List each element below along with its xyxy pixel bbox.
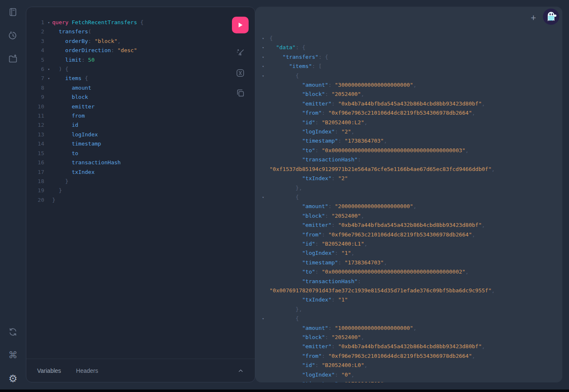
fold-gutter [262, 379, 269, 382]
fold-toggle-icon[interactable]: ▾ [262, 193, 269, 202]
editor-code-line[interactable]: 8 amount [26, 83, 255, 93]
line-number: 2 [26, 27, 45, 36]
editor-code-line[interactable]: 20} [26, 196, 255, 205]
fold-gutter [262, 155, 269, 164]
editor-code-line[interactable]: 17 txIndex [26, 168, 255, 177]
editor-code-line[interactable]: 7▾ items { [26, 74, 255, 83]
fold-gutter [45, 27, 52, 36]
editor-code-line[interactable]: 3 orderBy: "block", [26, 37, 255, 46]
history-button[interactable] [7, 30, 19, 41]
line-number: 7 [26, 74, 45, 83]
sidebar-bottom-group: ⌘ ⚙ [7, 326, 19, 384]
keyboard-shortcuts-button[interactable]: ⌘ [7, 349, 19, 361]
response-code-line: ▾ { [262, 71, 559, 80]
editor-code-line[interactable]: 1▾query FetchRecentTransfers { [26, 18, 255, 27]
editor-code-line[interactable]: 6▾ ) { [26, 65, 255, 74]
response-code-line: ▾ { [262, 314, 559, 323]
editor-code-line[interactable]: 16 transactionHash [26, 158, 255, 167]
docs-icon [8, 7, 18, 17]
docs-button[interactable] [7, 6, 19, 18]
response-code-line: "logIndex": "2", [262, 127, 559, 136]
query-editor[interactable]: 1▾query FetchRecentTransfers {2 transfer… [26, 7, 255, 359]
merge-fragments-button[interactable] [235, 68, 246, 78]
response-viewer: ▾{▾ "data": {▾ "transfers": {▾ "items": … [255, 27, 562, 382]
line-number: 17 [26, 168, 45, 177]
fold-gutter [262, 277, 269, 286]
fold-toggle-icon[interactable]: ▾ [262, 314, 269, 323]
avatar[interactable] [543, 8, 559, 25]
chevron-up-icon [237, 367, 244, 374]
prettify-button[interactable] [235, 48, 246, 58]
fold-gutter [262, 305, 269, 314]
fold-gutter [262, 99, 269, 108]
fold-gutter [262, 136, 269, 146]
fold-toggle-icon[interactable]: ▾ [45, 74, 52, 83]
editor-code-line[interactable]: 14 timestamp [26, 139, 255, 148]
fold-gutter [45, 37, 52, 46]
editor-toolbar [232, 17, 249, 98]
response-code-line: "txIndex": "1" [262, 295, 559, 304]
fold-toggle-icon[interactable]: ▾ [45, 65, 52, 74]
add-collection-button[interactable] [7, 53, 19, 65]
tab-variables[interactable]: Variables [37, 367, 61, 374]
fold-toggle-icon[interactable]: ▾ [262, 53, 269, 62]
line-number: 13 [26, 130, 45, 139]
editor-code-line[interactable]: 9 block [26, 93, 255, 102]
fold-toggle-icon[interactable]: ▾ [262, 43, 269, 52]
tab-headers[interactable]: Headers [76, 367, 98, 374]
collapse-editor-tools-button[interactable] [237, 367, 244, 374]
line-number: 1 [26, 18, 45, 27]
fold-gutter [262, 108, 269, 118]
response-code-line: "amount": "1000000000000000000000", [262, 324, 559, 333]
editor-code-line[interactable]: 11 from [26, 111, 255, 121]
fold-gutter [45, 55, 52, 65]
line-number: 14 [26, 139, 45, 148]
response-code-line: "emitter": "0xb4b7a44bfbda545a432b86b4cb… [262, 342, 559, 351]
fold-gutter [262, 118, 269, 127]
editor-code-line[interactable]: 18 } [26, 177, 255, 186]
editor-code-line[interactable]: 2 transfers( [26, 27, 255, 36]
editor-footer: Variables Headers [26, 359, 255, 382]
settings-button[interactable]: ⚙ [7, 373, 19, 384]
response-code-line: "amount": "3000000000000000000000", [262, 80, 559, 90]
editor-code-line[interactable]: 13 logIndex [26, 130, 255, 139]
fold-gutter [262, 258, 269, 267]
fold-gutter [262, 174, 269, 183]
fold-toggle-icon[interactable]: ▾ [45, 18, 52, 27]
fold-toggle-icon[interactable]: ▾ [262, 34, 269, 43]
fold-gutter [262, 211, 269, 221]
response-header: + [255, 7, 562, 27]
editor-code-line[interactable]: 10 emitter [26, 102, 255, 111]
editor-code-line[interactable]: 5 limit: 50 [26, 55, 255, 65]
response-code-line: ▾ "transfers": { [262, 53, 559, 62]
response-code-line: ▾{ [262, 34, 559, 43]
line-number: 4 [26, 46, 45, 55]
line-number: 20 [26, 196, 45, 205]
editor-code-line[interactable]: 12 id [26, 121, 255, 130]
execute-query-button[interactable] [232, 17, 249, 33]
line-number: 15 [26, 149, 45, 158]
copy-icon [235, 88, 245, 98]
response-code-line: "from": "0xf96e7963c210106d4dc8219fb5343… [262, 352, 559, 361]
fold-toggle-icon[interactable]: ▾ [262, 62, 269, 71]
fold-gutter [45, 130, 52, 139]
refetch-schema-button[interactable] [7, 326, 19, 338]
fold-gutter [262, 230, 269, 239]
editor-code-line[interactable]: 19 } [26, 186, 255, 195]
fold-gutter [262, 165, 269, 174]
fold-gutter [262, 342, 269, 351]
fold-gutter [262, 286, 269, 295]
sidebar: ⌘ ⚙ [0, 0, 26, 389]
response-code-line: "block": "2052400", [262, 90, 559, 99]
line-number: 10 [26, 102, 45, 111]
editor-code-line[interactable]: 4 orderDirection: "desc" [26, 46, 255, 55]
editor-code-line[interactable]: 15 to [26, 149, 255, 158]
copy-query-button[interactable] [235, 88, 246, 98]
fold-gutter [262, 221, 269, 230]
response-code-line: "transactionHash": [262, 155, 559, 164]
fold-gutter [262, 333, 269, 342]
query-editor-pane: 1▾query FetchRecentTransfers {2 transfer… [26, 7, 255, 382]
add-tab-button[interactable]: + [531, 13, 536, 23]
line-number: 6 [26, 65, 45, 74]
fold-toggle-icon[interactable]: ▾ [262, 71, 269, 80]
